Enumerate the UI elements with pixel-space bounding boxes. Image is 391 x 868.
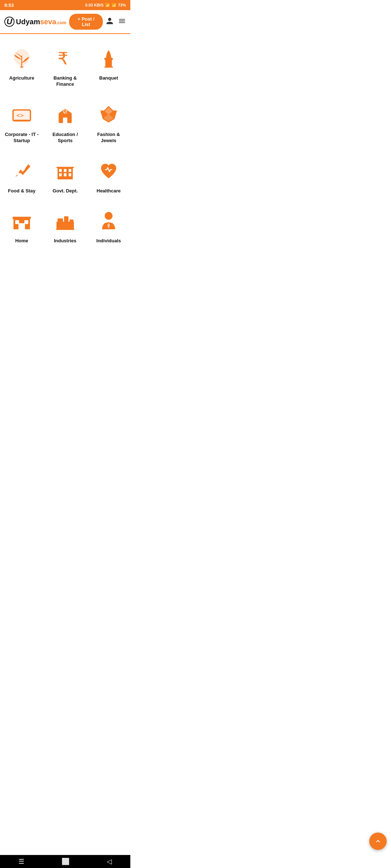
- banquet-label: Banquet: [99, 75, 118, 81]
- svg-rect-32: [15, 220, 19, 224]
- banking-label: Banking & Finance: [46, 75, 84, 88]
- education-label: Education / Sports: [46, 132, 84, 144]
- svg-rect-30: [13, 217, 31, 219]
- grid-item-banking[interactable]: ₹ Banking & Finance: [43, 38, 87, 94]
- grid-item-food[interactable]: Food & Stay: [0, 150, 43, 201]
- svg-point-19: [23, 168, 25, 170]
- menu-icon[interactable]: [118, 17, 126, 27]
- grid-item-home[interactable]: Home: [0, 200, 43, 251]
- grid-item-corporate[interactable]: <> Corporate - IT - Startup: [0, 94, 43, 150]
- logo: U Udyamseva.com: [4, 17, 66, 27]
- grid-item-fashion[interactable]: Fashion & Jewels: [87, 94, 130, 150]
- grid-item-education[interactable]: Education / Sports: [43, 94, 87, 150]
- govt-icon: [52, 158, 78, 184]
- post-list-button[interactable]: + Post / List: [69, 14, 103, 30]
- agriculture-label: Agriculture: [9, 75, 34, 81]
- food-icon: [9, 158, 35, 184]
- category-grid: Agriculture ₹ Banking & Finance Banquet: [0, 34, 130, 254]
- svg-point-18: [17, 173, 20, 175]
- svg-point-39: [105, 212, 113, 220]
- svg-rect-35: [58, 218, 63, 229]
- battery: 73%: [118, 3, 126, 7]
- grid-item-industries[interactable]: Industries: [43, 200, 87, 251]
- signal-icon: 📶: [112, 3, 117, 8]
- svg-point-0: [20, 66, 24, 68]
- svg-rect-24: [59, 173, 62, 176]
- svg-rect-25: [64, 173, 66, 176]
- fashion-icon: [96, 101, 122, 127]
- time: 9:53: [4, 3, 14, 8]
- svg-rect-36: [64, 216, 68, 229]
- industries-label: Industries: [54, 238, 76, 244]
- home-label: Home: [15, 238, 28, 244]
- svg-text:₹: ₹: [58, 49, 68, 68]
- wifi-icon: 📶: [105, 3, 110, 8]
- grid-item-individuals[interactable]: Individuals: [87, 200, 130, 251]
- profile-icon[interactable]: [106, 17, 114, 27]
- svg-rect-26: [69, 173, 71, 176]
- healthcare-label: Healthcare: [97, 188, 121, 194]
- food-label: Food & Stay: [8, 188, 35, 194]
- header-actions: [106, 17, 126, 27]
- banquet-icon: [96, 45, 122, 71]
- svg-rect-23: [69, 169, 71, 172]
- kbps: 0.03 KB/S: [85, 3, 104, 7]
- svg-rect-38: [56, 229, 74, 230]
- home-icon: [9, 208, 35, 234]
- healthcare-icon: [96, 158, 122, 184]
- individuals-icon: [96, 208, 122, 234]
- corporate-label: Corporate - IT - Startup: [3, 132, 41, 144]
- svg-rect-5: [104, 67, 113, 68]
- header: U Udyamseva.com + Post / List: [0, 10, 130, 34]
- svg-rect-33: [24, 220, 28, 224]
- status-bar: 9:53 0.03 KB/S 📶 📶 73%: [0, 0, 130, 10]
- svg-rect-37: [70, 220, 73, 229]
- logo-text: Udyamseva.com: [16, 18, 66, 26]
- banking-icon: ₹: [52, 45, 78, 71]
- grid-item-agriculture[interactable]: Agriculture: [0, 38, 43, 94]
- grid-item-govt[interactable]: Govt. Dept.: [43, 150, 87, 201]
- svg-text:<>: <>: [17, 112, 24, 119]
- logo-icon: U: [4, 17, 14, 27]
- svg-rect-8: [14, 120, 29, 122]
- education-icon: [52, 101, 78, 127]
- govt-label: Govt. Dept.: [52, 188, 77, 194]
- corporate-icon: <>: [9, 101, 35, 127]
- individuals-label: Individuals: [96, 238, 121, 244]
- agriculture-icon: [9, 45, 35, 71]
- svg-rect-21: [59, 169, 62, 172]
- fashion-label: Fashion & Jewels: [90, 132, 127, 144]
- grid-item-healthcare[interactable]: Healthcare: [87, 150, 130, 201]
- svg-rect-31: [18, 224, 25, 230]
- grid-item-banquet[interactable]: Banquet: [87, 38, 130, 94]
- svg-rect-27: [56, 167, 74, 168]
- industries-icon: [52, 208, 78, 234]
- svg-rect-22: [64, 169, 66, 172]
- status-icons: 0.03 KB/S 📶 📶 73%: [85, 3, 126, 8]
- svg-rect-11: [63, 118, 67, 123]
